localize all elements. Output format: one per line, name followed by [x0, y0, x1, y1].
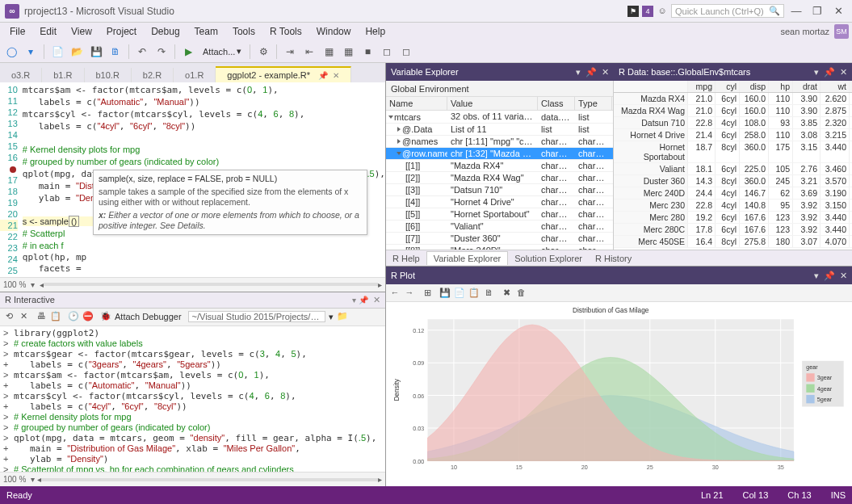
tab-b10[interactable]: b10.R — [85, 68, 132, 82]
ve-row[interactable]: [[6]]"Valiant"charactecharacte — [386, 220, 613, 233]
clear-icon[interactable]: ✕ — [18, 311, 29, 322]
close-button[interactable]: ✕ — [829, 5, 847, 17]
console-zoom[interactable]: 100 % — [3, 475, 26, 484]
menu-project[interactable]: Project — [100, 24, 143, 39]
ve-tab[interactable]: R History — [589, 252, 638, 265]
menu-file[interactable]: File — [3, 24, 31, 39]
menu-tools[interactable]: Tools — [226, 24, 262, 39]
ve-row[interactable]: mtcars32 obs. of 11 variables 🔍data.fran… — [386, 111, 613, 124]
rdata-row[interactable]: Hornet Sportabout18.78cyl360.01753.153.4… — [614, 141, 852, 163]
tool-icon-5[interactable]: ▦ — [340, 44, 356, 60]
reset-icon[interactable]: ⟲ — [3, 311, 15, 322]
export-icon[interactable]: 💾 — [439, 288, 451, 299]
flag-icon[interactable]: ⚑ — [627, 6, 639, 17]
chevron-down-icon[interactable]: ▾ — [329, 312, 334, 322]
editor-zoom[interactable]: 100 % — [3, 280, 26, 289]
print-icon[interactable]: 🖶 — [36, 311, 47, 322]
tool-icon-7[interactable]: ◻ — [379, 44, 395, 60]
ve-row[interactable]: @nameschr [1:11] "mpg" "cyl" "disp"chara… — [386, 136, 613, 148]
dropdown-icon[interactable]: ▾ — [576, 67, 581, 78]
tool-icon-3[interactable]: ⇤ — [301, 44, 317, 60]
menu-rtools[interactable]: R Tools — [263, 24, 308, 39]
tool-icon-1[interactable]: ⚙ — [255, 44, 271, 60]
panel-close-icon[interactable]: ✕ — [373, 295, 380, 305]
pin-icon[interactable]: ▾ 📌 — [352, 296, 368, 304]
rdata-row[interactable]: Mazda RX4 Wag21.06cyl160.01103.902.875 — [614, 105, 852, 117]
menu-team[interactable]: Team — [188, 24, 225, 39]
ve-row[interactable]: @row.namechr [1:32] "Mazda RX4" "Machara… — [386, 148, 613, 160]
close-icon[interactable]: ✕ — [602, 67, 609, 78]
pin-icon[interactable]: 📌 — [318, 71, 328, 80]
tool-icon-6[interactable]: ■ — [359, 44, 376, 60]
tab-close-icon[interactable]: ✕ — [333, 71, 339, 80]
ve-tab[interactable]: Variable Explorer — [426, 251, 509, 265]
ve-row[interactable]: [[5]]"Hornet Sportabout"charactecharacte — [386, 208, 613, 220]
variable-tree[interactable]: Global Environment Name Value Class Type… — [386, 81, 614, 250]
pin-icon[interactable]: 📌 — [824, 67, 835, 78]
ve-tab[interactable]: R Help — [386, 252, 426, 265]
start-icon[interactable]: ▶ — [180, 44, 196, 60]
clear-all-icon[interactable]: 🗑 — [515, 288, 527, 299]
nav-back-icon[interactable]: ◯ — [3, 44, 19, 60]
tab-o3[interactable]: o3.R — [0, 68, 42, 82]
tool-icon-2[interactable]: ⇥ — [282, 44, 298, 60]
rdata-row[interactable]: Duster 36014.38cyl360.02453.213.570 — [614, 175, 852, 187]
menu-edit[interactable]: Edit — [33, 24, 63, 39]
copy-plot-icon[interactable]: 📋 — [468, 288, 480, 299]
ve-row[interactable]: [[1]]"Mazda RX4"charactecharacte — [386, 160, 613, 172]
stop-icon[interactable]: ⛔ — [82, 311, 94, 322]
menu-view[interactable]: View — [65, 24, 99, 39]
tab-b1[interactable]: b1.R — [42, 68, 84, 82]
folder-icon[interactable]: 📁 — [337, 311, 348, 322]
attach-button[interactable]: Attach... ▾ — [199, 46, 245, 57]
rdata-row[interactable]: Datsun 71022.84cyl108.0933.852.320 — [614, 117, 852, 129]
rdata-row[interactable]: Merc 23022.84cyl140.8953.923.150 — [614, 200, 852, 212]
close-icon[interactable]: ✕ — [840, 67, 847, 78]
minimize-button[interactable]: — — [787, 5, 805, 17]
menu-debug[interactable]: Debug — [145, 24, 186, 39]
rdata-row[interactable]: Hornet 4 Drive21.46cyl258.01103.083.215 — [614, 129, 852, 141]
rdata-row[interactable]: Merc 28019.26cyl167.61233.923.440 — [614, 212, 852, 224]
chevron-down-icon[interactable]: ▾ — [31, 280, 35, 289]
menu-window[interactable]: Window — [310, 24, 358, 39]
r-console[interactable]: > library(ggplot2) > # create factors wi… — [0, 326, 385, 472]
ve-row[interactable]: [[4]]"Hornet 4 Drive"charactecharacte — [386, 196, 613, 208]
ve-row[interactable]: @.DataList of 11listlist — [386, 124, 613, 136]
history-icon[interactable]: 🕑 — [68, 311, 79, 322]
ve-row[interactable]: [[3]]"Datsun 710"charactecharacte — [386, 184, 613, 196]
horizontal-scrollbar[interactable] — [44, 283, 378, 286]
pin-icon[interactable]: 📌 — [585, 67, 597, 78]
back-icon[interactable]: ← — [389, 288, 401, 299]
feedback-icon[interactable]: ☺ — [657, 6, 668, 17]
close-icon[interactable]: ✕ — [840, 271, 847, 281]
user-avatar[interactable]: SM — [834, 24, 849, 39]
nav-fwd-icon[interactable]: ▾ — [23, 44, 39, 60]
tab-o1[interactable]: o1.R — [174, 68, 216, 82]
attach-debugger-button[interactable]: Attach Debugger — [115, 312, 182, 321]
undo-icon[interactable]: ↶ — [134, 44, 150, 60]
remove-icon[interactable]: ✖ — [501, 288, 512, 299]
rdata-row[interactable]: Merc 240D24.44cyl146.7623.693.190 — [614, 187, 852, 200]
notification-badge[interactable]: 4 — [642, 6, 653, 17]
scope-label[interactable]: Global Environment — [386, 81, 613, 97]
copy-icon[interactable]: 📋 — [50, 311, 61, 322]
menu-help[interactable]: Help — [359, 24, 392, 39]
open-icon[interactable]: 📂 — [69, 44, 85, 60]
pin-icon[interactable]: 📌 — [824, 271, 835, 281]
save-all-icon[interactable]: 🗎 — [107, 44, 124, 60]
forward-icon[interactable]: → — [404, 288, 415, 299]
code-editor[interactable]: 101112131415161718192021222324252627 mtc… — [0, 82, 385, 277]
dropdown-icon[interactable]: ▾ — [814, 67, 819, 78]
ve-row[interactable]: [[7]]"Duster 360"charactecharacte — [386, 233, 613, 245]
rdata-row[interactable]: Valiant18.16cyl225.01052.763.460 — [614, 163, 852, 175]
tab-active[interactable]: ggplot2 - example.R* 📌 ✕ — [216, 66, 351, 82]
tab-b2[interactable]: b2.R — [132, 68, 174, 82]
rdata-row[interactable]: Mazda RX421.06cyl160.01103.902.620 — [614, 93, 852, 105]
rdata-grid[interactable]: mpg cyl disp hp drat wt Mazda RX421.06cy… — [614, 81, 852, 250]
new-project-icon[interactable]: 📄 — [49, 44, 65, 60]
horizontal-scrollbar[interactable] — [41, 478, 378, 481]
copy2-icon[interactable]: 🗎 — [483, 288, 494, 299]
ve-tab[interactable]: Solution Explorer — [508, 252, 589, 265]
working-dir-dropdown[interactable]: ~/Visual Studio 2015/Projects/rproject13… — [188, 311, 325, 322]
tool-icon-8[interactable]: ◻ — [398, 44, 414, 60]
